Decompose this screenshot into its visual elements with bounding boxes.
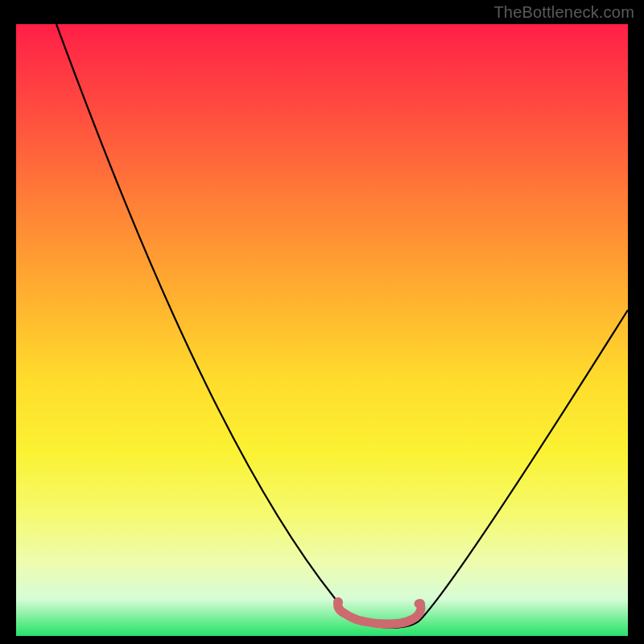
plot-area	[16, 24, 628, 636]
floor-dot-right	[415, 599, 425, 609]
bottleneck-curve-path	[56, 24, 628, 628]
floor-dot-left	[333, 597, 343, 607]
bottleneck-curve-svg	[16, 24, 628, 636]
watermark-text: TheBottleneck.com	[493, 3, 634, 22]
chart-frame: TheBottleneck.com	[0, 0, 644, 644]
bottleneck-floor-marker	[338, 602, 421, 624]
